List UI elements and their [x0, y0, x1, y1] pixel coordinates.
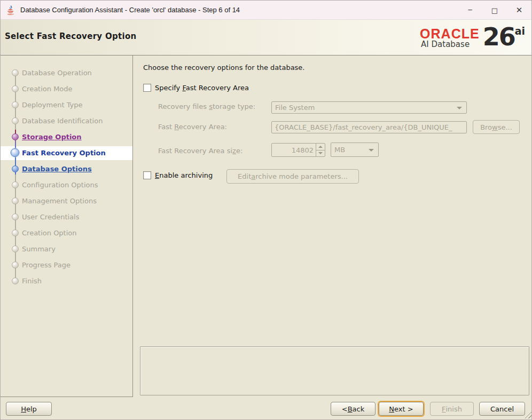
- sidebar-item-management-options: Management Options: [1, 193, 132, 209]
- storage-type-value: File System: [275, 104, 315, 112]
- step-dot: [12, 229, 19, 236]
- step-dot: [12, 69, 19, 76]
- fra-size-label: Fast Recovery Area size:: [158, 147, 242, 155]
- help-button[interactable]: Help: [6, 402, 52, 416]
- fra-path-input: [271, 121, 467, 133]
- title-bar: Database Configuration Assistant - Creat…: [1, 1, 531, 20]
- main-panel: Choose the recovery options for the data…: [133, 56, 532, 399]
- step-dot: [12, 278, 19, 284]
- cancel-button[interactable]: Cancel: [479, 402, 525, 416]
- oracle-version-suffix: ai: [515, 25, 525, 51]
- dbca-wizard-window: Database Configuration Assistant - Creat…: [0, 0, 532, 420]
- sidebar-item-database-identification: Database Identification: [1, 113, 132, 129]
- step-dot: [12, 181, 19, 188]
- finish-button: Finish: [430, 402, 474, 416]
- sidebar-item-fast-recovery-option[interactable]: Fast Recovery Option: [1, 145, 132, 161]
- spinner-down-icon: [316, 150, 325, 157]
- message-area: [140, 346, 529, 395]
- close-button[interactable]: ✕: [507, 1, 531, 20]
- step-dot: [12, 261, 19, 268]
- window-title: Database Configuration Assistant - Creat…: [20, 6, 240, 14]
- java-icon: [5, 5, 16, 15]
- storage-type-label: Recovery files storage type:: [158, 102, 255, 110]
- sidebar-item-creation-option: Creation Option: [1, 225, 132, 241]
- window-controls: ─ □ ✕: [458, 1, 531, 20]
- sidebar-item-configuration-options: Configuration Options: [1, 177, 132, 193]
- oracle-subbrand: AI Database: [420, 40, 480, 49]
- enable-archiving-label[interactable]: Enable archiving: [155, 171, 213, 179]
- specify-fra-label[interactable]: Specify Fast Recovery Area: [155, 84, 249, 92]
- wizard-body: Database Operation Creation Mode Deploym…: [1, 56, 532, 399]
- oracle-wordmark: ORACLE: [420, 27, 480, 40]
- chevron-down-icon: [457, 107, 462, 109]
- sidebar-item-database-operation: Database Operation: [1, 65, 132, 81]
- fra-size-input: [272, 144, 316, 156]
- fra-label: Fast Recovery Area:: [158, 123, 227, 131]
- chevron-down-icon: [369, 149, 374, 152]
- resize-grip[interactable]: [525, 412, 531, 418]
- enable-archiving-checkbox[interactable]: [143, 171, 151, 179]
- step-dot: [12, 245, 19, 252]
- storage-type-dropdown: File System: [271, 101, 467, 114]
- sidebar-item-creation-mode: Creation Mode: [1, 81, 132, 97]
- step-dot: [12, 197, 19, 204]
- step-dot: [12, 117, 19, 124]
- next-button[interactable]: Next >: [379, 402, 424, 416]
- oracle-logo: ORACLE AI Database 26 ai: [420, 23, 525, 51]
- oracle-version: 26: [483, 23, 515, 51]
- spinner-up-icon: [316, 144, 325, 150]
- step-dot: [12, 213, 19, 220]
- edit-archive-mode-button: Edit archive mode parameters...: [226, 169, 359, 184]
- fra-size-unit-value: MB: [334, 146, 345, 154]
- step-dot: [12, 133, 19, 140]
- wizard-header: Select Fast Recovery Option ORACLE AI Da…: [1, 20, 531, 56]
- sidebar-item-finish: Finish: [1, 273, 132, 289]
- step-dot: [11, 148, 19, 157]
- sidebar-item-user-credentials: User Credentials: [1, 209, 132, 225]
- sidebar-item-progress-page: Progress Page: [1, 257, 132, 273]
- spinner-arrows: [316, 144, 325, 156]
- page-title: Select Fast Recovery Option: [5, 31, 137, 41]
- maximize-button[interactable]: □: [482, 1, 507, 20]
- step-dot: [12, 165, 19, 172]
- specify-fra-checkbox-row[interactable]: Specify Fast Recovery Area: [143, 84, 249, 92]
- enable-archiving-checkbox-row[interactable]: Enable archiving: [143, 171, 213, 179]
- fra-size-spinner: [271, 143, 325, 157]
- sidebar-item-deployment-type: Deployment Type: [1, 97, 132, 113]
- instruction-text: Choose the recovery options for the data…: [143, 64, 305, 72]
- sidebar-item-database-options[interactable]: Database Options: [1, 161, 132, 177]
- step-sidebar: Database Operation Creation Mode Deploym…: [1, 56, 133, 397]
- step-dot: [12, 85, 19, 92]
- button-bar: Help < Back Next > Finish Cancel: [1, 398, 532, 419]
- minimize-button[interactable]: ─: [458, 1, 482, 20]
- sidebar-item-storage-option[interactable]: Storage Option: [1, 129, 132, 145]
- browse-button: Browse...: [473, 120, 520, 134]
- back-button[interactable]: < Back: [331, 402, 375, 416]
- sidebar-item-summary: Summary: [1, 241, 132, 257]
- specify-fra-checkbox[interactable]: [143, 84, 151, 92]
- fra-size-unit-dropdown: MB: [331, 142, 379, 157]
- step-dot: [12, 101, 19, 108]
